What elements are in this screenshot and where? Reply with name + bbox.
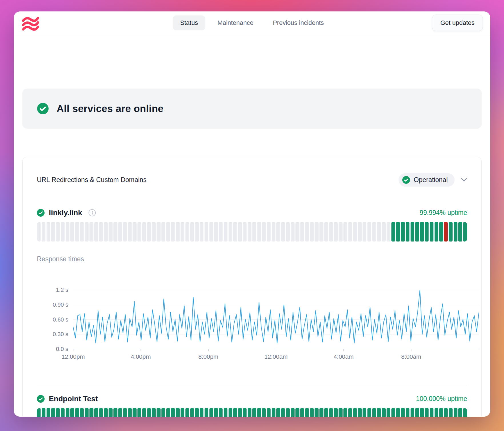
chevron-down-icon[interactable] (461, 178, 467, 182)
uptime-segment-up (147, 408, 151, 417)
uptime-segment-up (339, 408, 342, 417)
uptime-segment-empty (267, 222, 271, 242)
y-tick-label: 1.2 s (56, 287, 68, 293)
uptime-segment-up (377, 408, 381, 417)
uptime-segment-empty (113, 222, 117, 242)
uptime-history-bar[interactable] (37, 222, 467, 242)
uptime-segment-empty (128, 222, 132, 242)
uptime-segment-up (229, 408, 232, 417)
uptime-segment-up (185, 408, 189, 417)
uptime-segment-empty (157, 222, 160, 242)
uptime-segment-up (113, 408, 117, 417)
uptime-segment-up (238, 408, 242, 417)
response-times-heading: Response times (37, 255, 467, 263)
uptime-percentage: 99.994% uptime (420, 209, 467, 217)
uptime-segment-up (425, 408, 429, 417)
uptime-segment-up (267, 408, 271, 417)
uptime-segment-up (276, 408, 280, 417)
uptime-segment-up (454, 222, 457, 242)
x-tick-label: 8:00am (401, 353, 421, 360)
uptime-segment-empty (133, 222, 136, 242)
uptime-segment-up (128, 408, 132, 417)
info-icon[interactable] (88, 209, 96, 217)
uptime-segment-up (396, 408, 400, 417)
uptime-segment-up (243, 408, 247, 417)
tab-maintenance[interactable]: Maintenance (210, 15, 261, 30)
uptime-segment-up (449, 408, 453, 417)
uptime-segment-up (272, 408, 275, 417)
uptime-segment-up (286, 408, 290, 417)
uptime-segment-empty (353, 222, 357, 242)
tab-status[interactable]: Status (173, 15, 205, 30)
response-chart-svg (73, 290, 479, 354)
uptime-segment-empty (252, 222, 256, 242)
uptime-segment-empty (286, 222, 290, 242)
uptime-history-bar[interactable] (37, 408, 467, 417)
uptime-segment-empty (229, 222, 232, 242)
uptime-segment-up (37, 408, 41, 417)
uptime-segment-up (401, 222, 405, 242)
uptime-segment-up (372, 408, 376, 417)
uptime-segment-empty (185, 222, 189, 242)
uptime-segment-empty (94, 222, 98, 242)
uptime-segment-up (181, 408, 184, 417)
uptime-segment-up (305, 408, 309, 417)
uptime-segment-empty (42, 222, 45, 242)
uptime-segment-up (463, 222, 467, 242)
uptime-segment-empty (176, 222, 179, 242)
uptime-segment-up (454, 408, 457, 417)
uptime-segment-empty (334, 222, 337, 242)
get-updates-button[interactable]: Get updates (432, 15, 483, 31)
uptime-segment-up (99, 408, 103, 417)
y-tick-label: 0.0 s (56, 346, 68, 352)
uptime-segment-up (406, 222, 409, 242)
uptime-segment-up (42, 408, 45, 417)
uptime-segment-empty (377, 222, 381, 242)
uptime-segment-up (262, 408, 266, 417)
uptime-segment-empty (142, 222, 146, 242)
operational-badge-label: Operational (414, 176, 448, 184)
uptime-segment-empty (300, 222, 304, 242)
service-group-card: URL Redirections & Custom Domains Operat… (22, 157, 482, 417)
uptime-segment-empty (257, 222, 261, 242)
uptime-segment-up (200, 408, 203, 417)
uptime-segment-empty (339, 222, 342, 242)
uptime-segment-empty (80, 222, 84, 242)
tab-previous-incidents[interactable]: Previous incidents (265, 15, 331, 30)
uptime-segment-empty (147, 222, 151, 242)
uptime-segment-up (190, 408, 194, 417)
uptime-segment-up (449, 222, 453, 242)
uptime-segment-up (396, 222, 400, 242)
uptime-segment-empty (291, 222, 295, 242)
uptime-segment-up (430, 222, 433, 242)
uptime-segment-empty (152, 222, 155, 242)
operational-badge: Operational (399, 173, 455, 187)
uptime-segment-up (166, 408, 170, 417)
y-tick-label: 0.90 s (53, 301, 68, 308)
uptime-segment-empty (382, 222, 385, 242)
uptime-segment-up (133, 408, 136, 417)
uptime-segment-up (439, 408, 443, 417)
uptime-segment-up (439, 222, 443, 242)
uptime-segment-up (214, 408, 218, 417)
uptime-segment-empty (99, 222, 103, 242)
uptime-segment-up (47, 408, 50, 417)
uptime-segment-empty (343, 222, 347, 242)
uptime-segment-up (415, 408, 419, 417)
brand-logo-waves-icon[interactable] (22, 16, 39, 31)
uptime-segment-up (353, 408, 357, 417)
uptime-segment-up (291, 408, 295, 417)
uptime-segment-up (109, 408, 112, 417)
overall-status-text: All services are online (57, 103, 163, 114)
uptime-segment-up (233, 408, 237, 417)
uptime-segment-up (406, 408, 409, 417)
uptime-segment-up (401, 408, 405, 417)
uptime-segment-up (324, 408, 328, 417)
uptime-segment-empty (348, 222, 352, 242)
uptime-segment-up (80, 408, 84, 417)
service-up-check-icon (37, 395, 45, 403)
uptime-segment-up (415, 222, 419, 242)
uptime-segment-up (195, 408, 199, 417)
uptime-segment-empty (37, 222, 41, 242)
chart-x-axis-labels: 12:00pm4:00pm8:00pm12:00am4:00am8:00am (73, 353, 479, 361)
